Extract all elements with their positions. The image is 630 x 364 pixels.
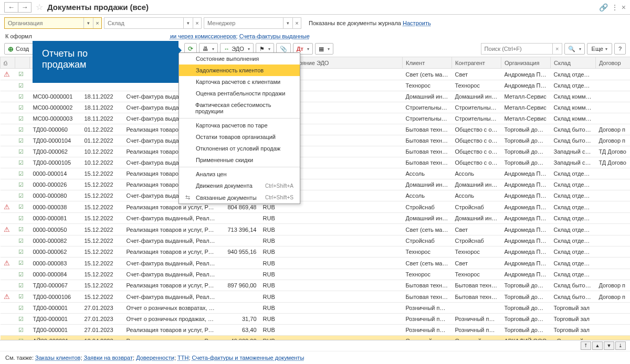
table-row[interactable]: ☑ 0000-000080 15.12.2022 Счет-фактура вы… xyxy=(1,190,631,201)
menu-item[interactable]: Состояние выполнения xyxy=(179,53,300,65)
filter-manager[interactable]: ▾ × xyxy=(204,17,301,29)
footer-link[interactable]: Заявки на возврат xyxy=(84,355,133,361)
commissioners-link[interactable]: ии через комиссионеров; xyxy=(170,33,238,39)
scroll-up-button[interactable]: ▲ xyxy=(592,341,603,350)
document-icon: ☑ xyxy=(18,192,24,199)
report-button[interactable]: ▦ xyxy=(315,43,333,55)
search-button[interactable]: 🔍 xyxy=(564,43,585,55)
dropdown-icon[interactable]: ▾ xyxy=(83,18,93,28)
currency-cell: RUB xyxy=(260,258,290,269)
menu-item[interactable]: Примененные скидки xyxy=(179,154,300,166)
document-icon: ☑ xyxy=(18,181,24,188)
filter-organization[interactable]: ▾ × xyxy=(4,17,102,29)
table-row[interactable]: ☑ ТД00-000001 27.01.2023 Отчет о розничн… xyxy=(1,314,631,325)
footer-link[interactable]: ТТН xyxy=(177,355,188,361)
table-row[interactable]: ☑ 0000-000062 15.12.2022 Реализация това… xyxy=(1,247,631,258)
table-row[interactable]: ☑ ТД00-000062 10.12.2022 Реализация това… xyxy=(1,146,631,157)
reports-dropdown-menu[interactable]: Состояние выполненияЗадолженность клиент… xyxy=(178,52,300,204)
contract-cell xyxy=(596,258,631,269)
dropdown-icon[interactable]: ▾ xyxy=(183,18,193,28)
footer-link[interactable]: Доверенности xyxy=(136,355,174,361)
table-row[interactable]: ☑ 0000-000082 15.12.2022 Счет-фактура вы… xyxy=(1,235,631,247)
status-cell xyxy=(1,179,15,190)
menu-dots-icon[interactable]: ⋮ xyxy=(611,3,618,12)
col-org[interactable]: Организация xyxy=(501,57,551,69)
menu-item[interactable]: Карточка расчетов по таре xyxy=(179,120,300,131)
table-row[interactable]: ☑ 0000-000014 15.12.2022 Реализация това… xyxy=(1,168,631,179)
scroll-bottom-button[interactable]: ⤓ xyxy=(615,341,626,350)
menu-item[interactable]: Задолженность клиентов xyxy=(179,65,300,76)
filter-organization-input[interactable] xyxy=(5,18,83,28)
table-row[interactable]: ☑ 0000-000026 15.12.2022 Реализация това… xyxy=(1,179,631,190)
col-contract[interactable]: Договор xyxy=(596,57,631,69)
table-row[interactable]: ☑ АЙ00-000001 12.04.2023 Реализация това… xyxy=(1,336,631,340)
table-row[interactable]: ⚠ ☑ ТД00-0000106 15.12.2022 Счет-фактура… xyxy=(1,291,631,303)
table-row[interactable]: ☑ 0000-000081 15.12.2022 Счет-фактура вы… xyxy=(1,213,631,224)
table-row[interactable]: ☑ МС00-0000002 18.11.2022 Счет-фактура в… xyxy=(1,102,631,113)
nav-forward-button[interactable]: → xyxy=(18,2,32,13)
search-box[interactable]: × xyxy=(481,43,562,55)
document-icon: ☑ xyxy=(18,115,24,122)
more-button[interactable]: Еще▾ xyxy=(587,43,612,55)
status-cell xyxy=(1,168,15,179)
menu-item[interactable]: Фактическая себестоимость продукции xyxy=(179,99,300,117)
sklad-cell: Торговый зал xyxy=(551,325,596,336)
number-cell: 0000-000038 xyxy=(30,201,81,213)
callout-reports: Отчеты по продажам xyxy=(33,41,178,83)
contract-cell: Договор п xyxy=(596,280,631,291)
sklad-cell: Склад отдела с... xyxy=(551,190,596,201)
table-row[interactable]: ☑ МС00-0000001 18.11.2022 Счет-фактура в… xyxy=(1,91,631,102)
filter-sklad[interactable]: ▾ × xyxy=(104,17,202,29)
attach-icon[interactable]: 🔗 xyxy=(599,3,608,12)
configure-link[interactable]: Настроить xyxy=(403,20,431,26)
col-sklad[interactable]: Склад xyxy=(551,57,596,69)
col-client[interactable]: Клиент xyxy=(403,57,452,69)
favorite-star-icon[interactable]: ☆ xyxy=(36,2,43,12)
scroll-top-button[interactable]: ⤒ xyxy=(581,341,591,350)
table-row[interactable]: ☑ ТД00-0000104 01.12.2022 Счет-фактура в… xyxy=(1,135,631,146)
org-cell: Торговый дом "К... xyxy=(501,124,551,135)
search-input[interactable] xyxy=(481,44,552,54)
menu-item[interactable]: Карточка расчетов с клиентами xyxy=(179,76,300,88)
table-row[interactable]: ☑ ТД00-000060 01.12.2022 Реализация това… xyxy=(1,124,631,135)
filter-sklad-input[interactable] xyxy=(104,18,183,28)
clear-search-icon[interactable]: × xyxy=(552,44,562,54)
table-row[interactable]: ☑ ТД00-000001 27.01.2023 Отчет о розничн… xyxy=(1,303,631,314)
menu-item[interactable]: Оценка рентабельности продажи xyxy=(179,88,300,99)
table-row[interactable]: ☑ ТД00-0000105 10.12.2022 Счет-фактура в… xyxy=(1,157,631,168)
menu-item[interactable]: Анализ цен xyxy=(179,168,300,180)
org-cell: Торговый дом "К... xyxy=(501,325,551,336)
menu-item[interactable]: Остатки товаров организаций xyxy=(179,131,300,143)
scroll-down-button[interactable]: ▼ xyxy=(604,341,614,350)
col-edo[interactable]: стояние ЭДО xyxy=(290,57,403,69)
table-row[interactable]: ☑ МС00-0000003 18.11.2022 Счет-фактура в… xyxy=(1,113,631,124)
col-status[interactable]: ⎙ xyxy=(1,57,15,69)
clear-icon[interactable]: × xyxy=(193,18,201,28)
table-row[interactable]: ☑ 0000-000084 15.12.2022 Счет-фактура вы… xyxy=(1,269,631,280)
col-status2[interactable] xyxy=(15,57,30,69)
menu-item[interactable]: Движения документаCtrl+Shift+A xyxy=(179,180,300,191)
close-icon[interactable]: × xyxy=(622,3,626,12)
table-row[interactable]: ⚠ ☑ 0000-000050 15.12.2022 Реализация то… xyxy=(1,224,631,235)
footer-link[interactable]: Счета-фактуры и таможенные документы xyxy=(192,355,304,361)
clear-icon[interactable]: × xyxy=(93,18,101,28)
dropdown-icon[interactable]: ▾ xyxy=(283,18,292,28)
counterpart-cell: Стройснаб xyxy=(452,235,501,247)
table-row[interactable]: ☑ ТД00-000067 15.12.2022 Реализация това… xyxy=(1,280,631,291)
footer-link[interactable]: Заказы клиентов xyxy=(35,355,80,361)
nav-back-button[interactable]: ← xyxy=(4,2,18,13)
table-row[interactable]: ⚠ ☑ 0000-000083 15.12.2022 Счет-фактура … xyxy=(1,258,631,269)
contract-cell xyxy=(596,168,631,179)
col-counterpart[interactable]: Контрагент xyxy=(452,57,501,69)
table-row[interactable]: ☑ ТД00-000001 27.01.2023 Реализация това… xyxy=(1,325,631,336)
sklad-cell: Торговый зал xyxy=(551,314,596,325)
filter-manager-input[interactable] xyxy=(204,18,283,28)
menu-item[interactable]: ⇆Связанные документыCtrl+Shift+S xyxy=(179,191,300,204)
menu-item[interactable]: Отклонения от условий продаж xyxy=(179,143,300,154)
table-row[interactable]: ⚠ ☑ 0000-000038 15.12.2022 Реализация то… xyxy=(1,201,631,213)
clear-icon[interactable]: × xyxy=(292,18,301,28)
invoices-link[interactable]: Счета-фактуры выданные xyxy=(239,33,310,39)
help-button[interactable]: ? xyxy=(614,43,626,55)
documents-table[interactable]: ⎙ Но стояние ЭДО Клиент Контрагент Орган… xyxy=(0,57,630,340)
date-cell: 15.12.2022 xyxy=(81,213,123,224)
